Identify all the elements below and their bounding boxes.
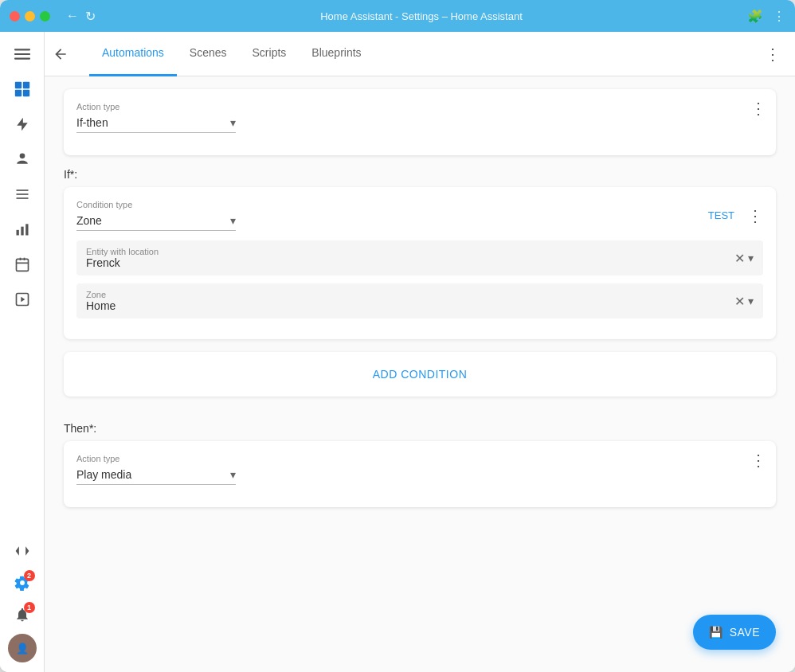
settings-nav-icon[interactable]: 2 [6, 567, 38, 599]
action-type-dropdown[interactable]: If-then ▾ [76, 113, 236, 133]
title-bar: ← ↻ Home Assistant - Settings – Home Ass… [0, 0, 795, 32]
entity-dropdown-icon[interactable]: ▾ [748, 252, 754, 264]
page-back-button[interactable] [45, 38, 76, 70]
save-button[interactable]: 💾 SAVE [693, 615, 776, 650]
settings-badge: 2 [24, 570, 35, 581]
then-action-card: ⋮ Action type Play media ▾ [64, 441, 776, 507]
svg-rect-14 [25, 224, 28, 235]
zone-field-value: Home [86, 299, 734, 312]
svg-rect-13 [21, 227, 23, 236]
svg-rect-1 [14, 53, 30, 55]
notification-icon[interactable]: 1 [6, 599, 38, 631]
condition-type-field: Condition type Zone ▾ [76, 200, 236, 231]
hamburger-menu-icon[interactable] [6, 38, 38, 70]
dashboard-nav-icon[interactable] [6, 73, 38, 105]
entity-field: Entity with location Frenck ✕ ▾ [76, 240, 763, 275]
chart-nav-icon[interactable] [6, 213, 38, 245]
svg-marker-20 [21, 297, 25, 303]
zone-dropdown-icon[interactable]: ▾ [748, 295, 754, 307]
entity-field-actions: ✕ ▾ [734, 251, 754, 266]
browser-reload-button[interactable]: ↻ [85, 9, 96, 24]
media-nav-icon[interactable] [6, 283, 38, 315]
condition-actions: TEST ⋮ [708, 206, 763, 225]
then-action-value: Play media [76, 468, 131, 481]
page-body: ⋮ Action type If-then ▾ If*: [45, 76, 795, 672]
entity-field-label: Entity with location [86, 247, 734, 256]
svg-rect-10 [16, 193, 28, 195]
condition-type-value: Zone [76, 214, 102, 227]
avatar[interactable]: 👤 [8, 634, 37, 662]
tabs-area: Automations Scenes Scripts Blueprints [76, 32, 757, 76]
action-type-field: Action type If-then ▾ [76, 102, 763, 133]
svg-rect-12 [16, 230, 18, 236]
maximize-button[interactable] [40, 11, 50, 21]
entity-field-value: Frenck [86, 256, 734, 269]
zone-field-label: Zone [86, 290, 734, 299]
zone-field-inner: Zone Home [86, 290, 734, 312]
minimize-button[interactable] [25, 11, 35, 21]
condition-type-arrow-icon: ▾ [230, 214, 236, 227]
svg-marker-7 [17, 118, 27, 131]
svg-rect-3 [14, 82, 21, 88]
svg-rect-2 [14, 58, 30, 60]
tab-scenes[interactable]: Scenes [177, 32, 240, 76]
icon-rail: 2 1 👤 [0, 32, 45, 672]
browser-menu-icon[interactable]: ⋮ [773, 9, 785, 24]
list-nav-icon[interactable] [6, 178, 38, 210]
svg-rect-4 [22, 82, 29, 88]
then-action-arrow-icon: ▾ [230, 468, 236, 481]
extension-icon[interactable]: 🧩 [747, 9, 763, 24]
top-nav-more-button[interactable]: ⋮ [757, 38, 789, 70]
test-condition-button[interactable]: TEST [708, 209, 734, 221]
svg-rect-5 [14, 90, 21, 96]
energy-nav-icon[interactable] [6, 108, 38, 140]
condition-more-button[interactable]: ⋮ [747, 206, 763, 225]
svg-rect-15 [16, 259, 28, 271]
svg-rect-16 [19, 258, 21, 260]
svg-point-8 [19, 154, 25, 159]
then-action-dropdown[interactable]: Play media ▾ [76, 465, 236, 485]
browser-icons: 🧩 ⋮ [747, 9, 785, 24]
browser-back-button[interactable]: ← [66, 9, 79, 24]
svg-rect-9 [16, 189, 28, 191]
top-nav: Automations Scenes Scripts Blueprints ⋮ [45, 32, 795, 76]
zone-field-actions: ✕ ▾ [734, 294, 754, 309]
nav-arrows: ← ↻ [66, 9, 96, 24]
add-condition-button[interactable]: ADD CONDITION [64, 352, 776, 397]
entity-clear-icon[interactable]: ✕ [734, 251, 745, 266]
zone-clear-icon[interactable]: ✕ [734, 294, 745, 309]
then-action-field: Action type Play media ▾ [76, 454, 763, 485]
then-section-label: Then*: [64, 422, 776, 435]
save-icon: 💾 [709, 626, 723, 639]
browser-title: Home Assistant - Settings – Home Assista… [102, 10, 741, 22]
svg-rect-18 [16, 263, 28, 264]
action-type-label: Action type [76, 102, 763, 111]
person-nav-icon[interactable] [6, 143, 38, 175]
condition-header: Condition type Zone ▾ TEST ⋮ [76, 200, 763, 231]
condition-card: Condition type Zone ▾ TEST ⋮ [64, 187, 776, 339]
zone-field: Zone Home ✕ ▾ [76, 283, 763, 318]
svg-rect-11 [16, 197, 28, 199]
action-type-value: If-then [76, 116, 108, 129]
action-type-arrow-icon: ▾ [230, 116, 236, 129]
rail-bottom: 2 1 👤 [6, 535, 38, 666]
condition-type-label: Condition type [76, 200, 236, 209]
traffic-lights [10, 11, 50, 21]
svg-rect-6 [22, 90, 29, 96]
calendar-nav-icon[interactable] [6, 248, 38, 280]
main-content: Automations Scenes Scripts Blueprints ⋮ [45, 32, 795, 672]
svg-rect-0 [14, 49, 30, 50]
condition-type-dropdown[interactable]: Zone ▾ [76, 211, 236, 231]
tab-automations[interactable]: Automations [89, 32, 177, 76]
entity-field-inner: Entity with location Frenck [86, 247, 734, 269]
tab-scripts[interactable]: Scripts [240, 32, 300, 76]
if-section-label: If*: [64, 168, 776, 181]
developer-tools-icon[interactable] [6, 535, 38, 567]
close-button[interactable] [10, 11, 20, 21]
action-type-card: ⋮ Action type If-then ▾ [64, 89, 776, 155]
tab-blueprints[interactable]: Blueprints [299, 32, 374, 76]
svg-rect-17 [23, 258, 25, 260]
save-label: SAVE [730, 626, 760, 639]
then-action-label: Action type [76, 454, 763, 463]
notification-badge: 1 [24, 602, 35, 613]
